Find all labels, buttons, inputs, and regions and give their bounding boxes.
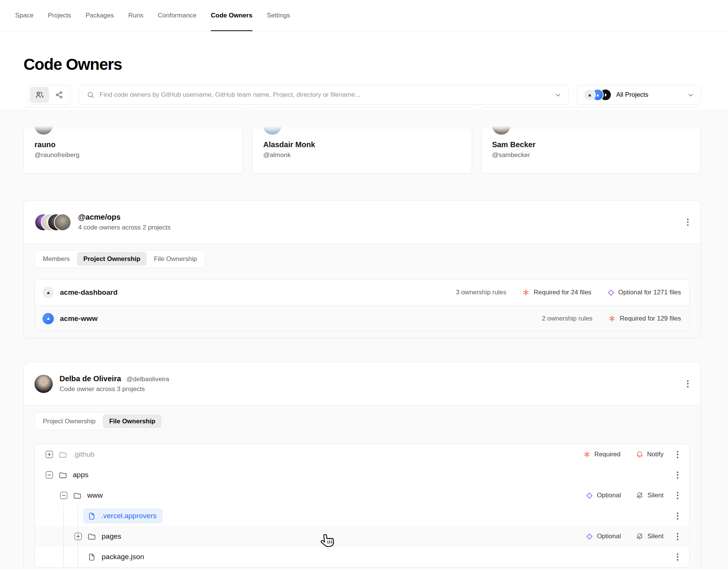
tab-project-ownership[interactable]: Project Ownership	[77, 252, 147, 266]
person-name: Delba de Oliveira	[60, 374, 121, 383]
owner-name: Alasdair Monk	[263, 140, 461, 149]
diamond-icon	[607, 289, 615, 296]
optional-badge: Optional	[586, 492, 621, 499]
kebab-menu-button[interactable]	[684, 378, 691, 390]
file-ownership-tree: .github Required Notify	[35, 444, 690, 567]
content-area: rauno @raunofreiberg Alasdair Monk @almo…	[0, 107, 728, 569]
nav-tab-conformance[interactable]: Conformance	[158, 0, 196, 31]
kebab-menu-button[interactable]	[674, 469, 681, 481]
chevron-down-icon[interactable]	[554, 91, 562, 99]
search-box	[79, 85, 569, 105]
ownership-rules-count: 3 ownership rules	[456, 289, 506, 296]
team-panel-body: Members Project Ownership File Ownership…	[24, 244, 700, 338]
tree-label: package.json	[102, 553, 144, 561]
view-toggle-group	[28, 85, 71, 105]
projects-filter-label: All Projects	[616, 91, 648, 99]
kebab-menu-button[interactable]	[674, 490, 681, 501]
diamond-icon	[586, 533, 593, 540]
tree-row-vercel-approvers[interactable]: .vercel.approvers	[35, 506, 689, 526]
tab-members[interactable]: Members	[36, 252, 76, 266]
tab-project-ownership[interactable]: Project Ownership	[36, 414, 102, 428]
nav-tab-space[interactable]: Space	[15, 0, 33, 31]
file-icon	[87, 552, 97, 562]
kebab-menu-button[interactable]	[674, 551, 681, 563]
nav-tab-packages[interactable]: Packages	[86, 0, 114, 31]
page-title: Code Owners	[24, 55, 701, 74]
projects-filter-select[interactable]: All Projects	[577, 85, 701, 105]
team-avatar-stack	[35, 214, 71, 231]
nav-tab-code-owners[interactable]: Code Owners	[211, 0, 253, 31]
tab-file-ownership[interactable]: File Ownership	[103, 414, 162, 428]
search-icon	[87, 91, 95, 99]
asterisk-icon	[522, 289, 530, 296]
expand-icon[interactable]	[74, 533, 82, 540]
kebab-menu-button[interactable]	[674, 449, 681, 461]
owner-card-rauno[interactable]: rauno @raunofreiberg	[24, 107, 243, 174]
owners-view-button[interactable]	[30, 87, 49, 103]
tree-row-package-json[interactable]: package.json	[35, 547, 689, 567]
avatar	[54, 214, 71, 231]
team-panel-header: @acme/ops 4 code owners across 2 project…	[24, 201, 700, 244]
required-badge: Required	[583, 451, 621, 458]
person-panel-body: Project Ownership File Ownership .github…	[24, 406, 700, 569]
team-subtitle: 4 code owners across 2 projects	[78, 224, 171, 231]
collapse-icon[interactable]	[60, 492, 67, 499]
silent-badge: Silent	[636, 492, 664, 499]
person-subtitle: Code owner across 3 projects	[60, 385, 169, 393]
kebab-menu-button[interactable]	[684, 216, 691, 228]
nav-tab-runs[interactable]: Runs	[128, 0, 143, 31]
person-handle: @delbaoliveira	[126, 376, 169, 383]
tab-file-ownership[interactable]: File Ownership	[147, 252, 203, 266]
folder-icon	[58, 470, 68, 480]
share-icon	[55, 91, 63, 99]
tree-row-github[interactable]: .github Required Notify	[35, 444, 689, 465]
owner-handle: @almonk	[263, 151, 461, 159]
tree-row-www[interactable]: www Optional Silent	[35, 485, 689, 506]
bell-slash-icon	[636, 533, 643, 540]
owner-card-alasdair[interactable]: Alasdair Monk @almonk	[252, 107, 472, 174]
project-ownership-table: acme-dashboard 3 ownership rules Require…	[35, 279, 690, 332]
required-badge: Required for 24 files	[522, 289, 591, 296]
tree-label: pages	[102, 532, 121, 541]
folder-icon	[58, 450, 68, 459]
avatar	[35, 116, 53, 135]
owner-cards-row: rauno @raunofreiberg Alasdair Monk @almo…	[24, 107, 701, 174]
avatar	[35, 375, 53, 393]
file-icon	[87, 511, 97, 521]
person-panel-header: Delba de Oliveira @delbaoliveira Code ow…	[24, 362, 700, 405]
silent-badge: Silent	[636, 533, 664, 540]
collapse-icon[interactable]	[46, 471, 53, 479]
ownership-rules-count: 2 ownership rules	[542, 315, 592, 322]
chevron-down-icon	[687, 91, 694, 99]
search-input[interactable]	[100, 91, 549, 99]
project-logos-stack	[584, 89, 612, 101]
nav-tab-projects[interactable]: Projects	[48, 0, 71, 31]
avatar	[492, 116, 510, 135]
person-tabs: Project Ownership File Ownership	[35, 412, 164, 430]
optional-badge: Optional for 1271 files	[607, 289, 681, 296]
page-header: Code Owners All Projects	[0, 31, 728, 109]
expand-icon[interactable]	[46, 451, 53, 458]
tree-row-pages[interactable]: pages Optional Silent	[35, 526, 689, 547]
bell-slash-icon	[636, 492, 643, 499]
project-name: acme-dashboard	[60, 288, 118, 297]
optional-badge: Optional	[586, 533, 621, 540]
share-button[interactable]	[50, 87, 69, 103]
project-row[interactable]: acme-dashboard 3 ownership rules Require…	[35, 280, 689, 305]
tree-label: .vercel.approvers	[101, 512, 157, 520]
owner-handle: @sambecker	[492, 151, 690, 159]
project-name: acme-www	[60, 314, 97, 323]
kebab-menu-button[interactable]	[674, 510, 681, 522]
person-panel: Delba de Oliveira @delbaoliveira Code ow…	[24, 362, 701, 569]
owner-card-sam[interactable]: Sam Becker @sambecker	[481, 107, 701, 174]
owner-handle: @raunofreiberg	[35, 151, 232, 159]
team-tabs: Members Project Ownership File Ownership	[35, 250, 205, 268]
tree-row-apps[interactable]: apps	[35, 465, 689, 485]
folder-icon	[72, 490, 82, 500]
project-row[interactable]: acme-www 2 ownership rules Required for …	[35, 305, 689, 331]
tree-label: apps	[73, 471, 88, 479]
selected-file-pill[interactable]: .vercel.approvers	[83, 508, 163, 523]
team-panel: @acme/ops 4 code owners across 2 project…	[24, 200, 701, 338]
nav-tab-settings[interactable]: Settings	[267, 0, 290, 31]
kebab-menu-button[interactable]	[674, 531, 681, 542]
